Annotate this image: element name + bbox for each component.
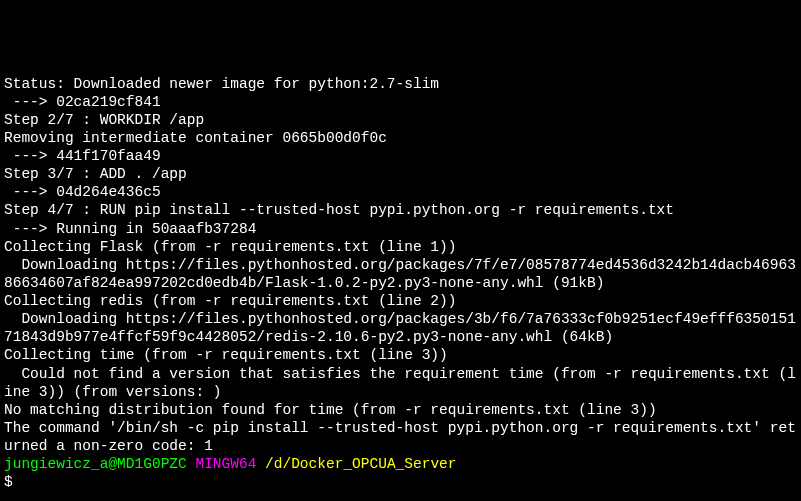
output-line: ---> 02ca219cf841 — [4, 93, 797, 111]
output-line: Collecting Flask (from -r requirements.t… — [4, 238, 797, 256]
output-line: Step 2/7 : WORKDIR /app — [4, 111, 797, 129]
output-line: Step 3/7 : ADD . /app — [4, 165, 797, 183]
output-line: ---> 441f170faa49 — [4, 147, 797, 165]
output-line: Collecting redis (from -r requirements.t… — [4, 292, 797, 310]
output-line: Step 4/7 : RUN pip install --trusted-hos… — [4, 201, 797, 219]
output-line: ---> 04d264e436c5 — [4, 183, 797, 201]
prompt-user: jungiewicz_a@MD1G0PZC — [4, 456, 187, 472]
cursor-line[interactable]: $ — [4, 473, 797, 491]
output-line: Collecting time (from -r requirements.tx… — [4, 346, 797, 364]
output-line: ---> Running in 50aaafb37284 — [4, 220, 797, 238]
prompt-cursor: $ — [4, 474, 13, 490]
output-line: Could not find a version that satisfies … — [4, 365, 797, 401]
terminal-output[interactable]: Status: Downloaded newer image for pytho… — [4, 75, 797, 492]
prompt-path: /d/Docker_OPCUA_Server — [265, 456, 456, 472]
prompt-line: jungiewicz_a@MD1G0PZC MINGW64 /d/Docker_… — [4, 455, 797, 473]
output-line: Status: Downloaded newer image for pytho… — [4, 75, 797, 93]
output-line: Removing intermediate container 0665b00d… — [4, 129, 797, 147]
output-line: The command '/bin/sh -c pip install --tr… — [4, 419, 797, 455]
output-line: Downloading https://files.pythonhosted.o… — [4, 256, 797, 292]
output-line: No matching distribution found for time … — [4, 401, 797, 419]
output-line: Downloading https://files.pythonhosted.o… — [4, 310, 797, 346]
prompt-mingw: MINGW64 — [195, 456, 256, 472]
